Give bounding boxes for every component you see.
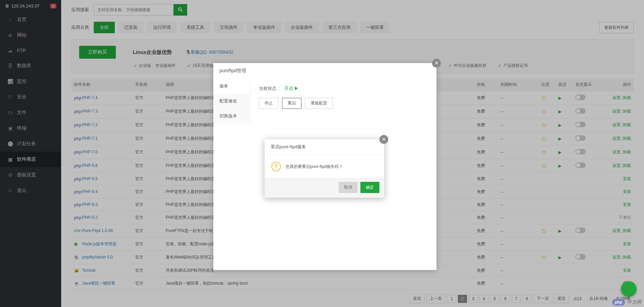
panel-tab-0[interactable]: 服务 — [213, 79, 250, 94]
confirm-message: 您真的要重启pure-ftpd服务吗？ — [286, 164, 343, 170]
close-icon[interactable]: ✕ — [379, 135, 388, 144]
status-value: 开启 ▶ — [284, 86, 299, 91]
panel-main: 当前状态： 开启 ▶ 停止重启重载配置 — [251, 79, 436, 123]
panel-tab-2[interactable]: 切换版本 — [213, 109, 250, 123]
panel-title: pureftpd管理 — [213, 63, 436, 79]
ok-button[interactable]: 确定 — [360, 182, 379, 193]
service-status-row: 当前状态： 开启 ▶ — [259, 85, 428, 92]
confirm-title: 重启pure-ftpd服务 — [265, 139, 384, 155]
php-logo-icon: php — [612, 299, 625, 306]
service-btn-0[interactable]: 停止 — [259, 98, 279, 109]
question-icon: ? — [271, 162, 281, 171]
fab-button[interactable] — [621, 281, 637, 297]
status-label: 当前状态： — [259, 86, 281, 91]
service-buttons: 停止重启重载配置 — [259, 98, 428, 109]
close-icon[interactable]: ✕ — [432, 59, 441, 68]
panel-side-tabs: 服务配置修改切换版本 — [213, 79, 251, 123]
service-btn-2[interactable]: 重载配置 — [305, 98, 333, 109]
confirm-dialog: ✕ 重启pure-ftpd服务 ? 您真的要重启pure-ftpd服务吗？ 取消… — [265, 139, 384, 198]
service-btn-1[interactable]: 重启 — [282, 98, 302, 109]
panel-tab-1[interactable]: 配置修改 — [213, 94, 250, 109]
cancel-button[interactable]: 取消 — [339, 182, 358, 193]
watermark: php 中文网 — [612, 299, 641, 306]
